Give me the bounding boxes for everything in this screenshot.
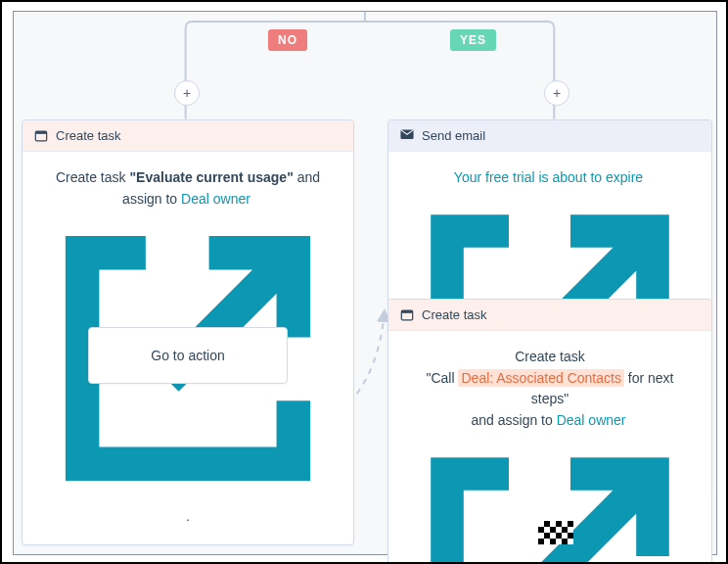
task-icon (400, 308, 414, 322)
workflow-end-icon (538, 521, 573, 544)
card-goto-action[interactable]: Go to action (88, 327, 288, 384)
add-action-right-1[interactable]: + (544, 80, 569, 106)
card-header: Send email (388, 120, 711, 152)
workflow-canvas: NO YES + + + + + Create task Create task… (13, 11, 717, 555)
card-header: Create task (388, 300, 711, 331)
task-icon (34, 129, 48, 143)
branch-no-label: NO (268, 29, 307, 51)
card-title: Create task (56, 128, 120, 143)
goto-label: Go to action (151, 348, 225, 363)
card-title: Create task (422, 307, 486, 322)
mail-icon (400, 129, 414, 143)
branch-yes-label: YES (450, 29, 496, 51)
token-deal-contacts: Deal: Associated Contacts (458, 369, 623, 387)
svg-rect-4 (401, 310, 412, 313)
svg-rect-1 (35, 131, 46, 134)
card-title: Send email (422, 128, 485, 143)
card-header: Create task (23, 120, 353, 152)
add-action-left-1[interactable]: + (174, 80, 200, 106)
